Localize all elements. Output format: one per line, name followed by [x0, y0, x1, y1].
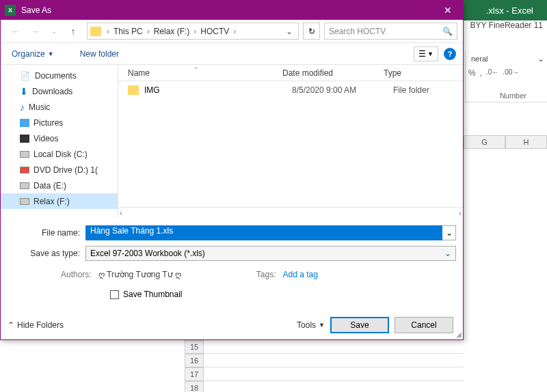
- dvd-icon: [20, 167, 29, 173]
- folder-icon: [128, 85, 139, 95]
- filename-dropdown[interactable]: ⌄: [442, 225, 456, 240]
- new-folder-button[interactable]: New folder: [76, 47, 123, 61]
- file-list-header: ⌃ Name Date modified Type: [118, 65, 463, 81]
- pictures-icon: [20, 119, 29, 127]
- videos-icon: [20, 135, 29, 143]
- music-icon: ♪: [20, 102, 25, 113]
- excel-window-title: .xlsx - Excel: [486, 5, 533, 16]
- search-input[interactable]: Search HOCTV 🔍: [324, 23, 457, 40]
- horizontal-scrollbar[interactable]: ‹›: [118, 207, 463, 218]
- tree-item-relax-f[interactable]: Relax (F:): [1, 193, 118, 209]
- chevron-down-icon[interactable]: ⌄: [537, 54, 544, 64]
- chevron-up-icon: ⌃: [8, 320, 14, 330]
- chevron-down-icon[interactable]: ⌄: [283, 27, 295, 36]
- tags-input[interactable]: Add a tag: [283, 270, 318, 279]
- file-name: IMG: [144, 85, 292, 95]
- column-header[interactable]: H: [505, 135, 547, 149]
- file-type: File folder: [393, 85, 429, 95]
- app-hint: BYY FineReader 11: [470, 20, 543, 30]
- authors-label: Authors:: [61, 270, 92, 279]
- tree-item-music[interactable]: ♪Music: [1, 99, 118, 115]
- nav-bar: ← → ⌄ ↑ › This PC › Relax (F:) › HOCTV ›…: [1, 20, 463, 43]
- close-icon[interactable]: ✕: [437, 2, 459, 18]
- tree-item-pictures[interactable]: Pictures: [1, 115, 118, 130]
- tree-item-dvd-drive[interactable]: DVD Drive (D:) 1(: [1, 162, 118, 178]
- tree-item-downloads[interactable]: ⬇Downloads: [1, 83, 118, 99]
- file-row[interactable]: IMG 8/5/2020 9:00 AM File folder: [118, 81, 463, 99]
- refresh-button[interactable]: ↻: [303, 23, 320, 40]
- search-placeholder: Search HOCTV: [329, 27, 386, 36]
- view-options-button[interactable]: ☰▼: [414, 46, 438, 61]
- tools-menu[interactable]: Tools▼: [297, 320, 325, 330]
- organize-menu[interactable]: Organize▼: [8, 47, 58, 61]
- column-type[interactable]: Type: [384, 68, 463, 78]
- disk-icon: [20, 198, 29, 205]
- save-thumbnail-label: Save Thumbnail: [123, 290, 183, 299]
- disk-icon: [20, 151, 29, 158]
- column-date[interactable]: Date modified: [282, 68, 384, 78]
- column-name[interactable]: Name: [118, 68, 282, 78]
- column-header[interactable]: G: [464, 135, 505, 149]
- save-button[interactable]: Save: [330, 317, 389, 333]
- tree-item-data-e[interactable]: Data (E:): [1, 178, 118, 193]
- file-date: 8/5/2020 9:00 AM: [292, 85, 393, 95]
- dialog-titlebar: X Save As ✕: [1, 1, 463, 20]
- sort-indicator-icon: ⌃: [194, 66, 199, 73]
- savetype-select[interactable]: Excel 97-2003 Workbook (*.xls) ⌄: [85, 246, 456, 261]
- row-header[interactable]: 15: [185, 340, 204, 354]
- ribbon-section-label: Number: [500, 92, 526, 100]
- row-header[interactable]: 17: [185, 367, 204, 381]
- percent-icon[interactable]: %: [468, 68, 476, 78]
- help-icon[interactable]: ?: [444, 48, 456, 60]
- tags-label: Tags:: [256, 270, 276, 279]
- row-header[interactable]: 16: [185, 354, 204, 367]
- authors-value[interactable]: ღ Trường Tương Tư ღ: [98, 270, 181, 279]
- forward-button[interactable]: →: [25, 22, 44, 41]
- decrease-decimal-icon[interactable]: .00→: [503, 68, 519, 78]
- recent-dropdown[interactable]: ⌄: [44, 22, 64, 41]
- folder-tree[interactable]: 📄Documents ⬇Downloads ♪Music Pictures Vi…: [1, 65, 118, 218]
- filename-label: File name:: [8, 228, 85, 238]
- dialog-title: Save As: [21, 5, 437, 15]
- savetype-label: Save as type:: [8, 249, 85, 258]
- search-icon: 🔍: [442, 27, 453, 36]
- documents-icon: 📄: [20, 71, 31, 81]
- resize-grip-icon[interactable]: ◢: [456, 331, 462, 338]
- chevron-down-icon: ⌄: [444, 249, 451, 258]
- breadcrumb[interactable]: › This PC › Relax (F:) › HOCTV › ⌄: [87, 23, 299, 40]
- number-format-dropdown[interactable]: neral: [468, 53, 490, 64]
- file-list: ⌃ Name Date modified Type IMG 8/5/2020 9…: [118, 65, 463, 218]
- breadcrumb-item[interactable]: This PC: [111, 27, 146, 36]
- save-as-dialog: X Save As ✕ ← → ⌄ ↑ › This PC › Relax (F…: [0, 0, 464, 340]
- tree-item-documents[interactable]: 📄Documents: [1, 68, 118, 83]
- filename-input[interactable]: Hàng Sale Tháng 1.xls: [85, 225, 442, 240]
- increase-decimal-icon[interactable]: .0←: [486, 68, 498, 78]
- dialog-toolbar: Organize▼ New folder ☰▼ ?: [1, 43, 463, 65]
- hide-folders-button[interactable]: ⌃ Hide Folders: [8, 320, 64, 330]
- tree-item-local-disk-c[interactable]: Local Disk (C:): [1, 146, 118, 162]
- disk-icon: [20, 182, 29, 189]
- cancel-button[interactable]: Cancel: [395, 317, 453, 333]
- tree-item-videos[interactable]: Videos: [1, 130, 118, 146]
- excel-icon: X: [5, 5, 16, 16]
- save-thumbnail-checkbox[interactable]: [110, 290, 119, 299]
- breadcrumb-item[interactable]: HOCTV: [198, 27, 232, 36]
- back-button[interactable]: ←: [6, 22, 25, 41]
- breadcrumb-item[interactable]: Relax (F:): [151, 27, 193, 36]
- comma-icon[interactable]: ,: [480, 68, 482, 78]
- folder-icon: [90, 27, 101, 36]
- download-icon: ⬇: [20, 86, 28, 97]
- up-button[interactable]: ↑: [64, 22, 83, 41]
- row-header[interactable]: 18: [185, 381, 204, 392]
